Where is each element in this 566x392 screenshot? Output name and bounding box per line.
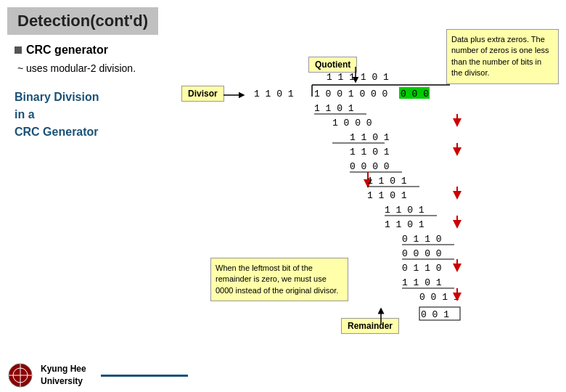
modular-text: ~ uses modular-2 division. [17,62,160,74]
svg-text:1 1 0 1: 1 1 0 1 [367,190,407,201]
diagram-area: Data plus extra zeros. The number of zer… [167,36,559,341]
svg-text:1 1 1 1 0 1: 1 1 1 1 0 1 [327,72,389,83]
university-logo [7,362,33,388]
svg-text:0 1 1 0: 0 1 1 0 [402,263,442,274]
main-content: CRC generator ~ uses modular-2 division.… [7,36,559,385]
slide-title: Detection(cont'd) [17,12,148,30]
svg-text:1 0 0 1 0 0 0: 1 0 0 1 0 0 0 [314,89,387,99]
footer-university-text: Kyung Hee University [41,363,86,388]
svg-text:0 0 0: 0 0 0 [401,89,429,99]
svg-text:0 0 0 0: 0 0 0 0 [350,161,390,172]
svg-text:0 0 1: 0 0 1 [421,309,449,320]
svg-text:1 1 0 1: 1 1 0 1 [314,103,354,114]
svg-text:1 1 0 1: 1 1 0 1 [367,176,407,187]
svg-text:0 0 0 0: 0 0 0 0 [402,248,442,259]
svg-text:1 1 0 1: 1 1 0 1 [385,205,424,216]
remainder-label: Remainder [341,318,399,334]
svg-text:1 1 0 1: 1 1 0 1 [350,147,390,158]
callout-bottom: When the leftmost bit of the remainder i… [210,258,348,301]
footer-line [101,375,188,377]
bullet-icon [15,46,22,54]
left-text: CRC generator ~ uses modular-2 division.… [15,44,160,141]
svg-text:1 1 0 1: 1 1 0 1 [350,132,390,143]
svg-text:1 1 0 1: 1 1 0 1 [254,89,294,99]
footer: Kyung Hee University [7,362,188,388]
crc-title: CRC generator [15,44,160,57]
title-bar: Detection(cont'd) [7,7,158,35]
svg-text:0 0 1 1: 0 0 1 1 [419,292,459,303]
svg-text:1 1 0 1: 1 1 0 1 [402,277,442,288]
svg-text:1 1 0 1: 1 1 0 1 [385,219,424,230]
remainder-arrow [377,311,385,325]
division-svg: .mono { font-family: 'Courier New', mono… [239,69,544,359]
divisor-label: Divisor [181,86,224,102]
binary-division-label: Binary Divisionin aCRC Generator [15,89,160,141]
svg-text:1 0 0 0: 1 0 0 0 [332,118,372,128]
svg-text:0 1 1 0: 0 1 1 0 [402,234,442,245]
